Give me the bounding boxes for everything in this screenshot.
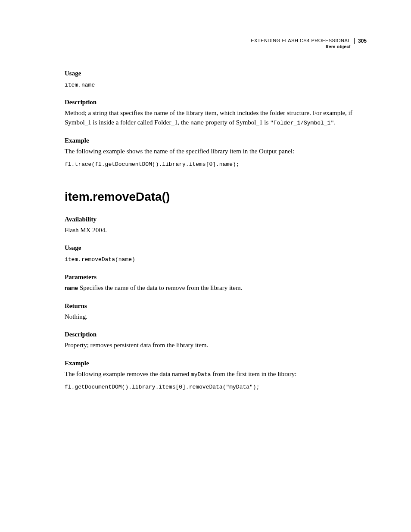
example-inline-code: myData — [191, 371, 211, 378]
example-text-part1: The following example removes the data n… — [65, 370, 191, 377]
description-label-2: Description — [65, 331, 367, 338]
param-description: Specifies the name of the data to remove… — [78, 284, 242, 291]
example-text: The following example shows the name of … — [65, 147, 367, 156]
page-number: 305 — [354, 38, 367, 44]
param-name: name — [65, 285, 78, 292]
description-text-part2: property of Symbol_1 is — [204, 119, 270, 126]
parameters-text: name Specifies the name of the data to r… — [65, 283, 367, 293]
description-label: Description — [65, 99, 367, 106]
example-label-2: Example — [65, 360, 367, 367]
example-text-part2: from the first item in the library: — [211, 370, 297, 377]
usage-code-2: item.removeData(name) — [65, 256, 367, 264]
description-text: Method; a string that specifies the name… — [65, 109, 367, 128]
header-text-block: EXTENDING FLASH CS4 PROFESSIONAL Item ob… — [251, 38, 354, 49]
example-code: fl.trace(fl.getDocumentDOM().library.ite… — [65, 161, 367, 168]
document-page: EXTENDING FLASH CS4 PROFESSIONAL Item ob… — [0, 0, 411, 391]
usage-label: Usage — [65, 70, 367, 77]
description-code-path: "Folder_1/Symbol_1" — [270, 120, 334, 126]
returns-text: Nothing. — [65, 312, 367, 322]
example-label: Example — [65, 137, 367, 144]
method-heading: item.removeData() — [65, 190, 367, 204]
availability-label: Availability — [65, 216, 367, 223]
parameters-label: Parameters — [65, 274, 367, 281]
usage-code: item.name — [65, 81, 367, 89]
header-subtitle: Item object — [251, 44, 351, 49]
description-code-name: name — [190, 120, 204, 126]
example-code-2: fl.getDocumentDOM().library.items[0].rem… — [65, 383, 367, 391]
returns-label: Returns — [65, 302, 367, 310]
description-text-2: Property; removes persistent data from t… — [65, 341, 367, 350]
header-title: EXTENDING FLASH CS4 PROFESSIONAL — [251, 38, 351, 43]
usage-label-2: Usage — [65, 244, 367, 252]
example-text-2: The following example removes the data n… — [65, 370, 367, 379]
description-text-part3: . — [334, 119, 336, 126]
availability-text: Flash MX 2004. — [65, 226, 367, 235]
page-header: EXTENDING FLASH CS4 PROFESSIONAL Item ob… — [65, 38, 367, 49]
